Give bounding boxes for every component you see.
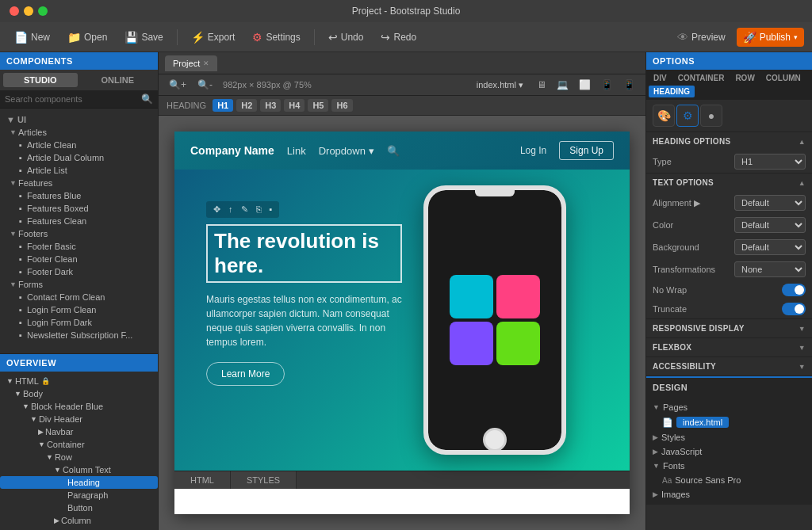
- tree-forms[interactable]: ▼ Forms: [0, 278, 158, 291]
- nav-search-icon[interactable]: 🔍: [387, 145, 400, 157]
- ov-row[interactable]: ▼ Row: [0, 451, 158, 463]
- ov-div-header[interactable]: ▼ Div Header: [0, 413, 158, 425]
- design-javascript[interactable]: ▶ JavaScript: [646, 444, 812, 459]
- device-desktop-btn[interactable]: 🖥: [533, 78, 550, 92]
- tree-login-form-clean[interactable]: ▪ Login Form Clean: [0, 303, 158, 316]
- device-small-btn[interactable]: 📱: [619, 78, 639, 92]
- h5-btn[interactable]: H5: [308, 99, 328, 112]
- tree-footer-clean[interactable]: ▪ Footer Clean: [0, 253, 158, 265]
- background-select[interactable]: Default: [734, 239, 806, 255]
- save-button[interactable]: 💾 Save: [118, 28, 169, 47]
- tab-heading[interactable]: HEADING: [649, 86, 695, 97]
- h4-btn[interactable]: H4: [284, 99, 304, 112]
- preview-link[interactable]: Link: [287, 145, 306, 157]
- zoom-in-btn[interactable]: 🔍+: [165, 78, 190, 92]
- canvas-area[interactable]: Company Name Link Dropdown ▾ 🔍 Log In Si…: [159, 116, 645, 530]
- design-pages[interactable]: ▼ Pages: [646, 400, 812, 414]
- tab-column[interactable]: COLUMN: [761, 72, 806, 84]
- tab-online[interactable]: ONLINE: [81, 73, 155, 87]
- responsive-header[interactable]: RESPONSIVE DISPLAY ▼: [646, 319, 812, 337]
- ov-paragraph[interactable]: Paragraph: [0, 489, 158, 501]
- h6-btn[interactable]: H6: [331, 99, 352, 112]
- text-options-header[interactable]: TEXT OPTIONS ▲: [646, 173, 812, 192]
- type-select[interactable]: H1 H2 H3 H4 H5 H6: [734, 154, 806, 170]
- alignment-select[interactable]: Default Left Center Right: [734, 195, 806, 211]
- tab-studio[interactable]: STUDIO: [3, 73, 78, 87]
- settings-button[interactable]: ⚙ Settings: [246, 28, 306, 47]
- opt-color-icon[interactable]: 🎨: [653, 105, 675, 127]
- export-button[interactable]: ⚡ Export: [185, 28, 242, 47]
- h3-btn[interactable]: H3: [260, 99, 281, 112]
- window-controls[interactable]: [10, 6, 48, 16]
- tree-features-boxed[interactable]: ▪ Features Boxed: [0, 202, 158, 215]
- tab-close-icon[interactable]: ✕: [203, 59, 209, 67]
- undo-button[interactable]: ↩ Undo: [322, 28, 370, 47]
- flexbox-header[interactable]: FLEXBOX ▼: [646, 338, 812, 357]
- h1-btn[interactable]: H1: [213, 99, 233, 112]
- hero-tool-copy[interactable]: ⎘: [254, 204, 264, 215]
- device-tablet-btn[interactable]: ⬜: [575, 78, 595, 92]
- opt-gear-icon[interactable]: ⚙: [676, 105, 699, 127]
- redo-button[interactable]: ↪ Redo: [374, 28, 423, 47]
- tab-container[interactable]: CONTAINER: [673, 72, 730, 84]
- project-tab[interactable]: Project ✕: [165, 55, 217, 71]
- hero-learn-more-btn[interactable]: Learn More: [206, 362, 285, 386]
- styles-tab[interactable]: STYLES: [231, 471, 297, 489]
- ov-heading[interactable]: Heading: [0, 476, 158, 489]
- design-source-sans[interactable]: Aa Source Sans Pro: [646, 473, 812, 487]
- ov-block-header[interactable]: ▼ Block Header Blue: [0, 400, 158, 413]
- tree-footer-dark[interactable]: ▪ Footer Dark: [0, 265, 158, 278]
- minimize-button[interactable]: [24, 6, 33, 16]
- h2-btn[interactable]: H2: [236, 99, 257, 112]
- tree-features-blue[interactable]: ▪ Features Blue: [0, 189, 158, 202]
- ov-container[interactable]: ▼ Container: [0, 438, 158, 451]
- tree-article-clean[interactable]: ▪ Article Clean: [0, 139, 158, 151]
- tab-div[interactable]: DIV: [649, 72, 672, 84]
- color-select[interactable]: Default: [734, 217, 806, 233]
- device-phone-btn[interactable]: 📱: [597, 78, 617, 92]
- hero-tool-edit[interactable]: ✎: [239, 204, 251, 215]
- tree-article-dual[interactable]: ▪ Article Dual Column: [0, 151, 158, 164]
- ov-button[interactable]: Button: [0, 501, 158, 514]
- ov-html[interactable]: ▼ HTML 🔒: [0, 375, 158, 387]
- tree-login-form-dark[interactable]: ▪ Login Form Dark: [0, 316, 158, 329]
- tree-features[interactable]: ▼ Features: [0, 177, 158, 189]
- preview-signup[interactable]: Sign Up: [559, 141, 614, 160]
- tab-row[interactable]: ROW: [730, 72, 759, 84]
- preview-login[interactable]: Log In: [520, 145, 546, 156]
- tree-newsletter[interactable]: ▪ Newsletter Subscription F...: [0, 329, 158, 341]
- truncate-toggle[interactable]: [782, 303, 806, 315]
- zoom-out-btn[interactable]: 🔍-: [193, 78, 216, 92]
- heading-options-header[interactable]: HEADING OPTIONS ▲: [646, 132, 812, 151]
- preview-dropdown[interactable]: Dropdown ▾: [319, 145, 374, 157]
- tree-article-list[interactable]: ▪ Article List: [0, 164, 158, 177]
- hero-tool-delete[interactable]: ▪: [267, 204, 275, 215]
- device-laptop-btn[interactable]: 💻: [553, 78, 573, 92]
- design-styles[interactable]: ▶ Styles: [646, 430, 812, 444]
- close-button[interactable]: [10, 6, 19, 16]
- tree-footers[interactable]: ▼ Footers: [0, 227, 158, 240]
- tree-contact-form[interactable]: ▪ Contact Form Clean: [0, 291, 158, 303]
- design-fonts[interactable]: ▼ Fonts: [646, 459, 812, 473]
- ov-navbar[interactable]: ▶ Navbar: [0, 425, 158, 438]
- opt-circle-icon[interactable]: ●: [700, 105, 722, 127]
- canvas-file[interactable]: index.html ▾: [477, 80, 523, 90]
- hero-heading[interactable]: The revolution is here.: [206, 224, 402, 283]
- hero-tool-move[interactable]: ✥: [211, 204, 223, 215]
- open-button[interactable]: 📁 Open: [61, 28, 113, 47]
- search-input[interactable]: [5, 94, 141, 104]
- html-tab[interactable]: HTML: [174, 471, 231, 489]
- ov-column-text[interactable]: ▼ Column Text: [0, 463, 158, 476]
- publish-button[interactable]: 🚀 Publish ▾: [737, 28, 804, 47]
- design-images[interactable]: ▶ Images: [646, 487, 812, 501]
- nowrap-toggle[interactable]: [782, 284, 806, 296]
- tree-footer-basic[interactable]: ▪ Footer Basic: [0, 240, 158, 253]
- preview-button[interactable]: 👁 Preview: [671, 28, 732, 47]
- transformations-select[interactable]: None: [734, 261, 806, 277]
- index-chip[interactable]: index.html: [676, 417, 729, 428]
- tree-articles[interactable]: ▼ Articles: [0, 126, 158, 139]
- tree-features-clean[interactable]: ▪ Features Clean: [0, 215, 158, 227]
- hero-tool-up[interactable]: ↑: [226, 204, 236, 215]
- accessibility-header[interactable]: ACCESSIBILITY ▼: [646, 357, 812, 376]
- design-index[interactable]: 📄 index.html: [646, 414, 812, 430]
